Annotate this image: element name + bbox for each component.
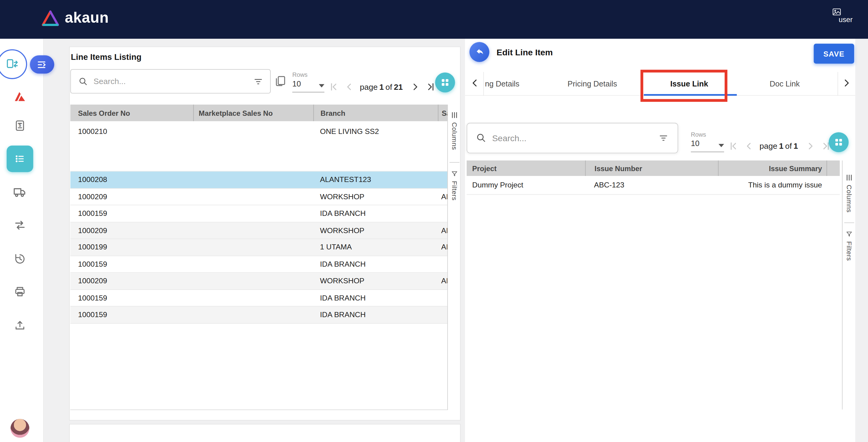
filter-icon[interactable] [253, 76, 264, 87]
sidebar-item-transfer[interactable] [7, 212, 33, 239]
table-cell: 1000159 [70, 260, 193, 268]
rail-divider [844, 222, 854, 223]
save-button[interactable]: SAVE [814, 44, 855, 64]
previous-page-button[interactable] [742, 139, 756, 153]
sidebar-item-print[interactable] [7, 279, 33, 305]
column-header-marketplace-sales-no[interactable]: Marketplace Sales No [193, 105, 313, 121]
table-cell: WORKSHOP [313, 226, 438, 234]
user-avatar[interactable] [10, 419, 29, 438]
table-row[interactable]: 1000209WORKSHOPAH [70, 273, 447, 290]
sidebar-item-invoice[interactable]: $ [7, 113, 33, 139]
table-cell: 1 UTAMA [313, 243, 438, 251]
page-indicator: page1of1 [760, 142, 800, 151]
filters-rail-tab[interactable]: Filters [843, 230, 856, 261]
tab-doc-link[interactable]: Doc Link [742, 72, 828, 96]
table-cell: ABC-123 [585, 181, 718, 189]
table-row[interactable]: 1000159IDA BRANCH [70, 256, 447, 273]
brand-logo[interactable]: akaun [41, 9, 108, 27]
rows-value: 10 [691, 139, 700, 148]
columns-rail-tab[interactable]: Columns [843, 174, 856, 213]
menu-expand-icon [36, 58, 48, 70]
column-header-branch[interactable]: Branch [313, 105, 438, 121]
sidebar-item-line-items[interactable] [7, 146, 33, 172]
grid-icon [834, 137, 844, 147]
columns-rail-tab[interactable]: Columns [448, 111, 461, 150]
view-settings-button[interactable] [435, 72, 455, 93]
search-input[interactable] [93, 77, 253, 86]
table-cell: IDA BRANCH [313, 209, 438, 217]
user-avatar-broken[interactable]: user [831, 4, 866, 31]
search-box [70, 69, 271, 94]
filters-rail-label: Filters [451, 181, 459, 201]
table-cell: 1000159 [70, 293, 193, 302]
table-row[interactable]: 1000159IDA BRANCH [70, 290, 447, 307]
line-items-table-body: 1000210ONE LIVING SS21000208ALANTEST1231… [70, 121, 447, 323]
table-cell: 1000159 [70, 209, 193, 217]
table-row[interactable]: 1000209WORKSHOPAH [70, 222, 447, 239]
table-cell: 1000159 [70, 311, 193, 319]
tab-separator [483, 72, 484, 96]
issue-search-input[interactable] [492, 133, 658, 143]
rows-per-page-select[interactable]: 10 [292, 79, 324, 93]
table-row[interactable]: 1000210ONE LIVING SS2 [70, 121, 447, 172]
columns-icon [845, 174, 853, 182]
column-header-issue-number[interactable]: Issue Number [585, 161, 718, 176]
tab-details-clipped[interactable]: ng Details [485, 72, 547, 96]
columns-rail-label: Columns [451, 122, 459, 150]
table-cell: AH [438, 277, 447, 285]
column-header-sales-order-no[interactable]: Sales Order No [70, 105, 193, 121]
column-header-project[interactable]: Project [467, 161, 585, 176]
column-header-spacer [827, 161, 840, 176]
tabs-scroll-left-icon[interactable] [469, 77, 480, 89]
transfer-icon [13, 218, 27, 232]
view-settings-button[interactable] [829, 132, 849, 152]
lower-card-strip [69, 424, 461, 442]
column-header-clipped[interactable]: Sa [438, 105, 447, 121]
table-row[interactable]: Dummy ProjectABC-123This is a dummy issu… [467, 176, 840, 195]
tabs-scroll-right-icon[interactable] [841, 77, 852, 89]
first-page-button[interactable] [726, 139, 741, 153]
next-page-button[interactable] [803, 139, 817, 153]
sidebar-item-upload[interactable] [7, 311, 33, 338]
table-row[interactable]: 1000159IDA BRANCH [70, 307, 447, 323]
table-cell: 1000209 [70, 226, 193, 234]
table-row[interactable]: 1000208ALANTEST123 [70, 171, 447, 188]
back-arrow-icon [474, 47, 485, 58]
sidebar-item-history[interactable] [7, 245, 33, 272]
table-cell: WORKSHOP [313, 193, 438, 201]
chevron-down-icon [319, 84, 324, 87]
table-cell: AH [438, 243, 447, 251]
table-row[interactable]: 1000159IDA BRANCH [70, 205, 447, 222]
page-title: Line Items Listing [71, 52, 141, 61]
active-tab-underline [644, 94, 737, 96]
edit-line-item-panel: Edit Line Item SAVE ng Details Pricing D… [465, 39, 855, 442]
filters-funnel-icon [451, 170, 459, 178]
previous-page-button[interactable] [342, 80, 356, 94]
rows-per-page-select[interactable]: 10 [691, 139, 724, 152]
tab-pricing-details[interactable]: Pricing Details [548, 72, 637, 96]
user-alt-text: user [839, 15, 852, 24]
sidebar-item-red-app[interactable] [7, 83, 33, 110]
first-page-button[interactable] [327, 80, 341, 94]
panel-title: Edit Line Item [497, 48, 553, 58]
search-icon [475, 132, 487, 144]
filter-icon[interactable] [658, 133, 669, 143]
chevron-down-icon [719, 144, 724, 147]
tab-separator [837, 72, 838, 96]
filters-rail-tab[interactable]: Filters [448, 170, 461, 201]
tab-issue-link[interactable]: Issue Link [642, 72, 736, 96]
table-row[interactable]: 1000209WORKSHOPAH [70, 188, 447, 205]
column-header-issue-summary[interactable]: Issue Summary [718, 161, 827, 176]
table-row[interactable]: 10001991 UTAMAAH [70, 239, 447, 256]
sidebar-item-delivery[interactable] [7, 179, 33, 205]
sidebar: $ [0, 39, 43, 442]
table-cell: AH [438, 226, 447, 234]
menu-toggle-button[interactable] [30, 55, 55, 73]
issue-link-table-header: Project Issue Number Issue Summary [467, 161, 840, 176]
next-page-button[interactable] [408, 80, 422, 94]
table-cell [438, 121, 447, 127]
table-cell: 1000199 [70, 243, 193, 251]
back-button[interactable] [469, 42, 489, 62]
table-cell: 1000208 [70, 176, 193, 184]
filters-funnel-icon [845, 230, 853, 238]
